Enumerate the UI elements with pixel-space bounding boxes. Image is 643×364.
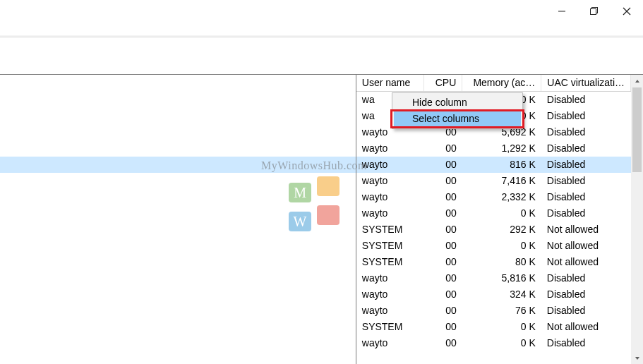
cell-user: wayto: [356, 205, 424, 222]
table-row[interactable]: wayto000 KDisabled: [356, 335, 631, 351]
close-button[interactable]: [611, 0, 643, 23]
cell-user: wayto: [356, 335, 424, 351]
scroll-up-button[interactable]: [631, 75, 643, 87]
client-area: MyWindowsHub.com M W User nameCPUMemory …: [0, 75, 643, 364]
table-row[interactable]: wayto002,332 KDisabled: [356, 189, 631, 205]
cell-user: SYSTEM: [356, 238, 424, 254]
cell-cpu: 00: [424, 286, 462, 303]
svg-marker-5: [635, 80, 639, 83]
cell-uac: Disabled: [541, 108, 631, 124]
cell-user: SYSTEM: [356, 222, 424, 238]
column-header-user[interactable]: User name: [356, 75, 424, 92]
column-header-row[interactable]: User nameCPUMemory (ac…UAC virtualizati…: [356, 75, 631, 92]
title-bar: [0, 0, 643, 23]
cell-user: SYSTEM: [356, 319, 424, 335]
cell-mem: 292 K: [462, 222, 541, 238]
vertical-scrollbar[interactable]: [631, 75, 643, 364]
cell-mem: 1,292 K: [462, 140, 541, 157]
cell-cpu: 00: [424, 335, 462, 351]
table-body: wa0 KDisabledwa0 KDisabledwayto005,692 K…: [356, 92, 631, 351]
table-row[interactable]: wayto005,816 KDisabled: [356, 270, 631, 286]
cell-uac: Not allowed: [541, 254, 631, 270]
menu-item-select-columns[interactable]: Select columns: [394, 111, 521, 127]
cell-cpu: 00: [424, 254, 462, 270]
table-row[interactable]: wayto0076 KDisabled: [356, 303, 631, 319]
cell-uac: Disabled: [541, 140, 631, 157]
watermark-tile: [317, 176, 339, 196]
table-row[interactable]: wayto00816 KDisabled: [356, 157, 631, 173]
cell-uac: Disabled: [541, 286, 631, 303]
cell-user: wayto: [356, 140, 424, 157]
scroll-thumb[interactable]: [632, 87, 642, 172]
cell-mem: 76 K: [462, 303, 541, 319]
cell-uac: Disabled: [541, 189, 631, 205]
cell-user: wayto: [356, 173, 424, 189]
cell-mem: 5,816 K: [462, 270, 541, 286]
menu-item-hide-column[interactable]: Hide column: [394, 95, 521, 111]
cell-mem: 7,416 K: [462, 173, 541, 189]
cell-mem: 0 K: [462, 319, 541, 335]
cell-uac: Disabled: [541, 205, 631, 222]
cell-uac: Not allowed: [541, 238, 631, 254]
cell-cpu: 00: [424, 157, 462, 173]
table-row[interactable]: SYSTEM000 KNot allowed: [356, 319, 631, 335]
cell-user: SYSTEM: [356, 254, 424, 270]
selection-strip: [0, 157, 356, 173]
cell-uac: Disabled: [541, 157, 631, 173]
watermark-tile: [317, 205, 339, 225]
table-row[interactable]: wayto00324 KDisabled: [356, 286, 631, 303]
cell-uac: Disabled: [541, 173, 631, 189]
cell-mem: 2,332 K: [462, 189, 541, 205]
maximize-button[interactable]: [578, 0, 611, 23]
cell-user: wayto: [356, 286, 424, 303]
cell-uac: Disabled: [541, 303, 631, 319]
column-header-cpu[interactable]: CPU: [424, 75, 462, 92]
cell-uac: Disabled: [541, 335, 631, 351]
cell-uac: Disabled: [541, 270, 631, 286]
column-header-uac[interactable]: UAC virtualizati…: [541, 75, 631, 92]
cell-user: wayto: [356, 303, 424, 319]
ribbon-strip: [0, 35, 643, 37]
table-row[interactable]: wayto007,416 KDisabled: [356, 173, 631, 189]
cell-mem: 0 K: [462, 335, 541, 351]
cell-mem: 0 K: [462, 205, 541, 222]
cell-uac: Disabled: [541, 92, 631, 108]
table-row[interactable]: SYSTEM000 KNot allowed: [356, 238, 631, 254]
table-row[interactable]: wayto000 KDisabled: [356, 205, 631, 222]
cell-cpu: 00: [424, 303, 462, 319]
svg-rect-2: [591, 9, 596, 15]
watermark-tile: W: [289, 212, 311, 231]
minimize-button[interactable]: [546, 0, 578, 23]
scroll-down-button[interactable]: [631, 352, 643, 364]
cell-cpu: 00: [424, 270, 462, 286]
cell-mem: 324 K: [462, 286, 541, 303]
watermark-tiles: M W: [287, 175, 341, 233]
cell-user: wayto: [356, 189, 424, 205]
cell-cpu: 00: [424, 205, 462, 222]
cell-cpu: 00: [424, 189, 462, 205]
cell-cpu: 00: [424, 238, 462, 254]
watermark-tile: M: [289, 183, 311, 202]
cell-mem: 80 K: [462, 254, 541, 270]
table-row[interactable]: SYSTEM00292 KNot allowed: [356, 222, 631, 238]
cell-uac: Not allowed: [541, 222, 631, 238]
cell-cpu: 00: [424, 173, 462, 189]
cell-mem: 816 K: [462, 157, 541, 173]
table-row[interactable]: wayto001,292 KDisabled: [356, 140, 631, 157]
cell-uac: Disabled: [541, 124, 631, 140]
cell-uac: Not allowed: [541, 319, 631, 335]
table-row[interactable]: SYSTEM0080 KNot allowed: [356, 254, 631, 270]
cell-cpu: 00: [424, 319, 462, 335]
column-context-menu[interactable]: Hide columnSelect columns: [392, 92, 523, 129]
column-header-mem[interactable]: Memory (ac…: [462, 75, 541, 92]
cell-mem: 0 K: [462, 238, 541, 254]
cell-cpu: 00: [424, 222, 462, 238]
left-pane: MyWindowsHub.com M W: [0, 75, 356, 364]
cell-user: wayto: [356, 270, 424, 286]
svg-marker-6: [635, 357, 639, 360]
cell-user: wayto: [356, 157, 424, 173]
cell-cpu: 00: [424, 140, 462, 157]
